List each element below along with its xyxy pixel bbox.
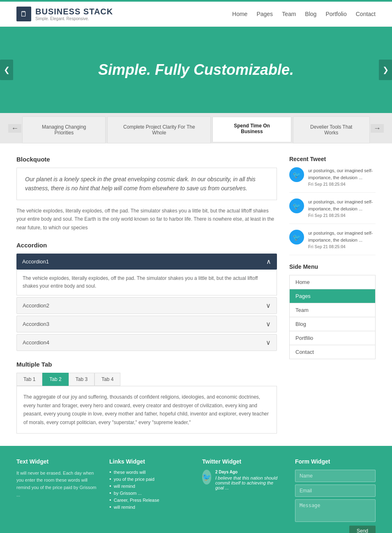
footer-text-widget: Text Widget It will never be erased. Eac… bbox=[16, 458, 97, 533]
main-nav: Home Pages Team Blog Portfolio Contact bbox=[232, 11, 376, 17]
form-message-input[interactable] bbox=[295, 499, 376, 522]
tweet-text-0: ur posturings, our imagined self-importa… bbox=[308, 167, 376, 181]
tweet-text-2: ur posturings, our imagined self-importa… bbox=[308, 230, 376, 243]
accordion-header-0[interactable]: Accordion1 ∧ bbox=[16, 254, 277, 270]
accordion-label-3: Accordion4 bbox=[23, 339, 49, 346]
twitter-icon: 🐦 bbox=[202, 470, 211, 485]
logo-title: BUSINESS STACK bbox=[35, 7, 113, 16]
tweet-item-1: 🐦 ur posturings, our imagined self-impor… bbox=[289, 198, 376, 224]
side-menu: Side Menu Home Pages Team Blog Portfilio… bbox=[289, 263, 376, 359]
accordion-icon-0: ∧ bbox=[266, 258, 271, 265]
slider-prev-arrow[interactable]: ← bbox=[8, 124, 21, 133]
hero-prev-button[interactable]: ❮ bbox=[0, 60, 13, 80]
footer-links-list: these words will you of the price paid w… bbox=[109, 470, 190, 510]
side-menu-home[interactable]: Home bbox=[289, 275, 376, 289]
accordion-item-1: Accordion2 ∨ bbox=[16, 297, 277, 314]
tweet-item-0: 🐦 ur posturings, our imagined self-impor… bbox=[289, 167, 376, 193]
slider-tab-0[interactable]: Managing Changing Priorities bbox=[22, 116, 106, 143]
send-button[interactable]: Send bbox=[349, 526, 376, 533]
side-menu-title: Side Menu bbox=[289, 263, 376, 270]
tab-btn-1[interactable]: Tab 2 bbox=[42, 373, 68, 386]
form-name-input[interactable] bbox=[295, 470, 376, 482]
accordion-item-0: Accordion1 ∧ The vehicle explodes, liter… bbox=[16, 254, 277, 295]
footer-text-title: Text Widget bbox=[16, 458, 97, 465]
slider-tab-2[interactable]: Spend Time On Business bbox=[212, 117, 291, 142]
side-menu-team[interactable]: Team bbox=[289, 303, 376, 317]
blockquote-section-title: Blockquote bbox=[16, 156, 277, 163]
side-menu-blog[interactable]: Blog bbox=[289, 317, 376, 331]
nav-blog[interactable]: Blog bbox=[305, 11, 316, 17]
accordion-label-2: Accordion3 bbox=[23, 321, 49, 327]
header: 🗒 BUSINESS STACK Simple. Elegant. Respon… bbox=[0, 2, 392, 27]
footer-text-body: It will never be erased. Each day when y… bbox=[16, 470, 97, 498]
nav-portfolio[interactable]: Portfolio bbox=[325, 11, 346, 17]
side-menu-portfolio[interactable]: Portfilio bbox=[289, 331, 376, 345]
accordion-icon-2: ∨ bbox=[266, 320, 271, 328]
tabs-bar: Tab 1 Tab 2 Tab 3 Tab 4 bbox=[16, 373, 277, 386]
side-menu-contact[interactable]: Contact bbox=[289, 345, 376, 359]
nav-team[interactable]: Team bbox=[282, 11, 296, 17]
tweet-content-1: ur posturings, our imagined self-importa… bbox=[308, 198, 376, 218]
logo: 🗒 BUSINESS STACK Simple. Elegant. Respon… bbox=[16, 7, 113, 21]
hero-title: Simple. Fully Customizable. bbox=[98, 61, 294, 78]
footer-link-0[interactable]: these words will bbox=[109, 470, 190, 475]
logo-subtitle: Simple. Elegant. Responsive. bbox=[35, 16, 113, 21]
body-text: The vehicle explodes, literally explodes… bbox=[16, 207, 277, 232]
hero-next-button[interactable]: ❯ bbox=[379, 60, 392, 80]
tab-btn-3[interactable]: Tab 4 bbox=[95, 373, 120, 386]
footer-link-5[interactable]: will remind bbox=[109, 505, 190, 510]
logo-icon: 🗒 bbox=[16, 7, 31, 21]
main-content: Blockquote Our planet is a lonely speck … bbox=[16, 156, 277, 434]
accordion-header-1[interactable]: Accordion2 ∨ bbox=[16, 297, 277, 314]
twitter-message: 2 Days Ago I believe that this nation sh… bbox=[215, 470, 283, 490]
footer-form-title: Form Widget bbox=[295, 458, 376, 465]
footer-link-4[interactable]: Career, Press Release bbox=[109, 498, 190, 503]
logo-text: BUSINESS STACK Simple. Elegant. Responsi… bbox=[35, 7, 113, 21]
footer-links-widget: Links Widget these words will you of the… bbox=[109, 458, 190, 533]
accordion-item-2: Accordion3 ∨ bbox=[16, 316, 277, 332]
tweet-item-2: 🐦 ur posturings, our imagined self-impor… bbox=[289, 230, 376, 255]
nav-contact[interactable]: Contact bbox=[356, 11, 376, 17]
accordion-body-text-0: The vehicle explodes, literally explodes… bbox=[23, 275, 258, 289]
tweet-date-0: Fri Sep 21 08:25:04 bbox=[308, 182, 376, 187]
tweet-content-0: ur posturings, our imagined self-importa… bbox=[308, 167, 376, 187]
accordion-label-0: Accordion1 bbox=[22, 258, 49, 265]
tweet-avatar-0: 🐦 bbox=[289, 167, 304, 182]
footer-form-widget: Form Widget Send bbox=[295, 458, 376, 533]
blockquote-text: Our planet is a lonely speck in the grea… bbox=[25, 176, 256, 192]
accordion-header-2[interactable]: Accordion3 ∨ bbox=[16, 316, 277, 332]
twitter-days-ago: 2 Days Ago bbox=[215, 470, 283, 474]
accordion-section-title: Accordion bbox=[16, 242, 277, 249]
tab-btn-0[interactable]: Tab 1 bbox=[16, 373, 42, 386]
slider-next-arrow[interactable]: → bbox=[371, 124, 384, 133]
nav-pages[interactable]: Pages bbox=[256, 11, 273, 17]
footer-links-title: Links Widget bbox=[109, 458, 190, 465]
sidebar: Recent Tweet 🐦 ur posturings, our imagin… bbox=[289, 156, 376, 434]
footer-link-3[interactable]: by Grissom ... bbox=[109, 491, 190, 496]
tweet-date-1: Fri Sep 21 08:25:04 bbox=[308, 213, 376, 218]
tweet-avatar-1: 🐦 bbox=[289, 198, 304, 213]
footer-link-2[interactable]: will remind bbox=[109, 484, 190, 489]
tweet-content-2: ur posturings, our imagined self-importa… bbox=[308, 230, 376, 249]
footer: Text Widget It will never be erased. Eac… bbox=[0, 446, 392, 533]
slider-tab-3[interactable]: Develier Tools That Works bbox=[293, 116, 370, 143]
footer-link-1[interactable]: you of the price paid bbox=[109, 477, 190, 482]
tweet-date-2: Fri Sep 21 08:25:04 bbox=[308, 245, 376, 249]
accordion-icon-1: ∨ bbox=[266, 302, 271, 309]
tweet-text-1: ur posturings, our imagined self-importa… bbox=[308, 198, 376, 212]
tab-btn-2[interactable]: Tab 3 bbox=[69, 373, 95, 386]
footer-twitter-title: Twitter Widget bbox=[202, 458, 283, 465]
tab-content: The aggregate of our joy and suffering, … bbox=[16, 386, 277, 434]
accordion: Accordion1 ∧ The vehicle explodes, liter… bbox=[16, 254, 277, 351]
tab-section-title: Multiple Tab bbox=[16, 361, 277, 368]
tab-body-text: The aggregate of our joy and suffering, … bbox=[23, 394, 269, 425]
accordion-item-3: Accordion4 ∨ bbox=[16, 334, 277, 351]
slider-tab-1[interactable]: Complete Project Clarity For The Whole bbox=[107, 116, 211, 143]
tab-section: Multiple Tab Tab 1 Tab 2 Tab 3 Tab 4 The… bbox=[16, 361, 277, 434]
form-email-input[interactable] bbox=[295, 485, 376, 497]
accordion-header-3[interactable]: Accordion4 ∨ bbox=[16, 334, 277, 351]
nav-home[interactable]: Home bbox=[232, 11, 247, 17]
blockquote-box: Our planet is a lonely speck in the grea… bbox=[16, 168, 277, 200]
accordion-label-1: Accordion2 bbox=[23, 302, 49, 309]
side-menu-pages[interactable]: Pages bbox=[289, 289, 376, 303]
